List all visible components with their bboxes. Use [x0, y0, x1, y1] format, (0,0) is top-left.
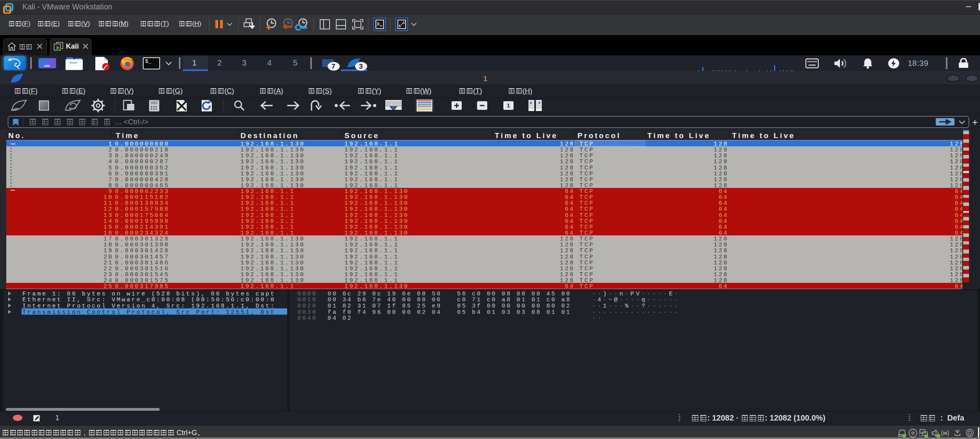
svg-text:1: 1	[507, 102, 510, 109]
